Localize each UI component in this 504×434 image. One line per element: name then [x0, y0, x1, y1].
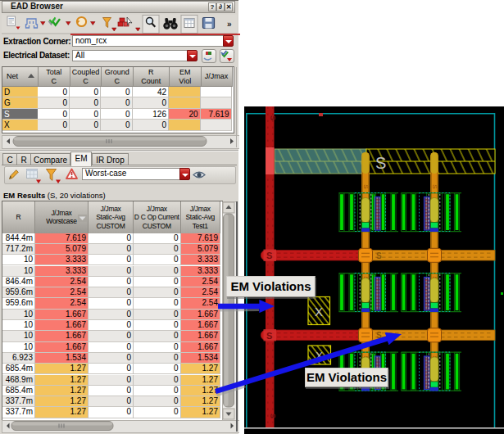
- svg-text:S: S: [269, 115, 277, 120]
- svg-text:S: S: [376, 251, 382, 260]
- svg-text:S: S: [362, 184, 370, 188]
- svg-text:S: S: [375, 154, 386, 172]
- svg-text:S: S: [266, 251, 272, 260]
- svg-text:S: S: [269, 414, 277, 418]
- svg-text:S: S: [431, 184, 438, 188]
- svg-text:S: S: [266, 331, 272, 341]
- svg-text:X: X: [315, 305, 323, 319]
